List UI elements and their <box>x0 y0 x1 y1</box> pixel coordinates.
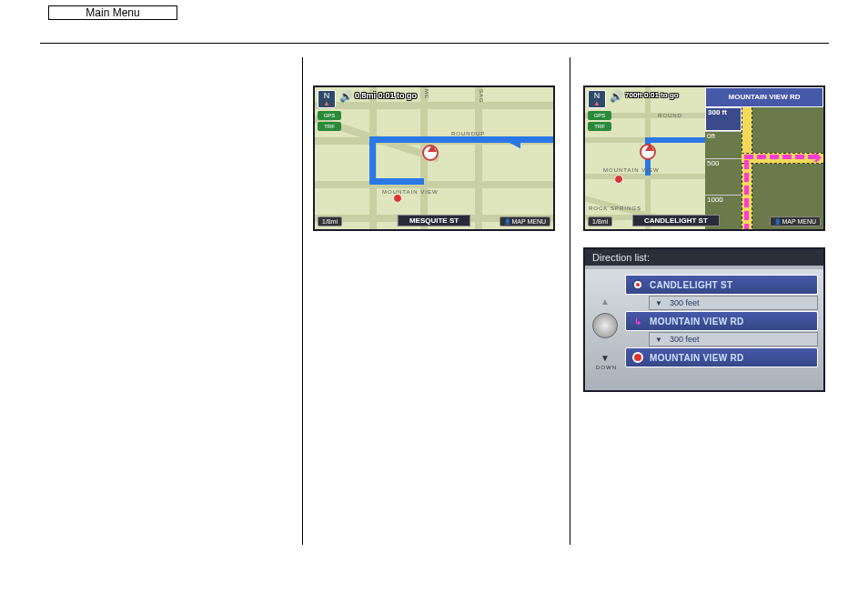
scroll-up-icon[interactable]: ▲ <box>601 296 610 307</box>
map-left-pane: ROUND MOUNTAIN VIEW ROCK SPRINGS ROSA <box>585 87 709 229</box>
waypoint-icon <box>631 278 644 291</box>
direction-rows: CANDLELIGHT ST ▼ 300 feet ↳ MOUNTAIN VIE… <box>625 275 818 368</box>
chevron-down-icon: ▼ <box>655 336 662 344</box>
destination-pin-icon <box>393 194 402 203</box>
road-label: ROUNDUP <box>451 131 485 136</box>
direction-row-distance-text: 300 feet <box>670 335 700 344</box>
direction-row-distance: ▼ 300 feet <box>649 296 818 310</box>
map-scale-button[interactable]: 1/8mi <box>318 216 342 226</box>
map-top-bar: N 🔊 0.8mi 0:01 to go <box>315 87 553 109</box>
road-label: ROUND <box>658 113 682 118</box>
distance-seg: 500 <box>705 158 742 195</box>
scroll-down-icon[interactable]: ▼ <box>601 353 610 363</box>
vehicle-position-icon <box>422 145 439 161</box>
guidance-path <box>744 155 817 159</box>
voice-icon[interactable]: 🔊 <box>338 90 353 105</box>
scroll-knob[interactable] <box>592 313 618 338</box>
gps-badge: GPS <box>318 111 341 120</box>
status-badges: GPS TRF <box>588 111 611 133</box>
map-screenshot-split: ROUND MOUNTAIN VIEW ROCK SPRINGS ROSA MO… <box>583 85 825 231</box>
route-line <box>369 136 376 184</box>
direction-row-label: MOUNTAIN VIEW RD <box>650 353 744 363</box>
status-badges: GPS TRF <box>318 111 341 133</box>
map-guidance-pane: MOUNTAIN VIEW RD ➔ 300 ft 0ft 500 1000 <box>705 87 823 229</box>
distance-to-go: 700ft 0:01 to go <box>625 91 679 99</box>
traffic-badge: TRF <box>318 122 341 131</box>
column-divider <box>570 57 570 545</box>
map-menu-button[interactable]: MAP MENU <box>500 216 550 226</box>
road <box>315 181 555 188</box>
map-menu-button[interactable]: MAP MENU <box>770 216 821 226</box>
direction-row-distance: ▼ 300 feet <box>649 332 818 347</box>
direction-row-label: CANDLELIGHT ST <box>650 280 732 290</box>
direction-row[interactable]: MOUNTAIN VIEW RD <box>625 347 818 367</box>
column-divider <box>302 57 303 545</box>
direction-row-distance-text: 300 feet <box>670 298 700 307</box>
route-line <box>645 137 709 143</box>
road-label: MOUNTAIN VIEW <box>382 189 439 195</box>
main-menu-button[interactable]: Main Menu <box>48 5 177 20</box>
next-street-label: MOUNTAIN VIEW RD <box>705 87 823 107</box>
voice-icon[interactable]: 🔊 <box>609 90 623 105</box>
map-scale-button[interactable]: 1/8mi <box>588 216 612 226</box>
gps-badge: GPS <box>588 111 611 120</box>
guidance-path <box>744 160 749 229</box>
direction-list-panel: Direction list: ▲ ▼ DOWN CANDLELIGHT ST … <box>583 247 825 392</box>
route-line <box>369 136 555 143</box>
distance-to-go: 0.8mi 0:01 to go <box>355 91 417 100</box>
vehicle-position-icon <box>640 144 656 160</box>
traffic-badge: TRF <box>588 122 611 131</box>
destination-pin-icon <box>614 175 623 184</box>
direction-list-title: Direction list: <box>585 249 823 266</box>
chevron-down-icon: ▼ <box>655 299 662 307</box>
compass-icon[interactable]: N <box>318 90 336 108</box>
map-screenshot-main: ◀ ROUNDUP MOUNTAIN VIEW SAG ME N 🔊 0.8mi… <box>313 85 555 231</box>
down-label: DOWN <box>596 365 617 370</box>
destination-icon <box>631 351 644 364</box>
road-label: MOUNTAIN VIEW <box>603 167 660 173</box>
direction-row-label: MOUNTAIN VIEW RD <box>650 317 744 327</box>
route-arrow-icon: ◀ <box>510 135 520 149</box>
direction-row[interactable]: CANDLELIGHT ST <box>625 275 818 295</box>
route-line <box>369 178 424 185</box>
current-street-label: CANDLELIGHT ST <box>632 215 720 226</box>
distance-seg: 0ft <box>705 131 742 158</box>
header-rule <box>40 43 829 44</box>
distance-seg: 300 ft <box>705 107 742 131</box>
current-street-label: MESQUITE ST <box>398 215 470 226</box>
compass-icon[interactable]: N <box>588 90 606 108</box>
road-label: ROCK SPRINGS <box>589 206 641 211</box>
turn-arrow-icon: ➔ <box>808 147 822 167</box>
direction-row[interactable]: ↳ MOUNTAIN VIEW RD <box>625 311 818 331</box>
distance-scale: 300 ft 0ft 500 1000 <box>705 107 742 229</box>
direction-list-body: ▲ ▼ DOWN CANDLELIGHT ST ▼ 300 feet ↳ MOU… <box>585 269 823 392</box>
turn-right-icon: ↳ <box>631 315 644 327</box>
